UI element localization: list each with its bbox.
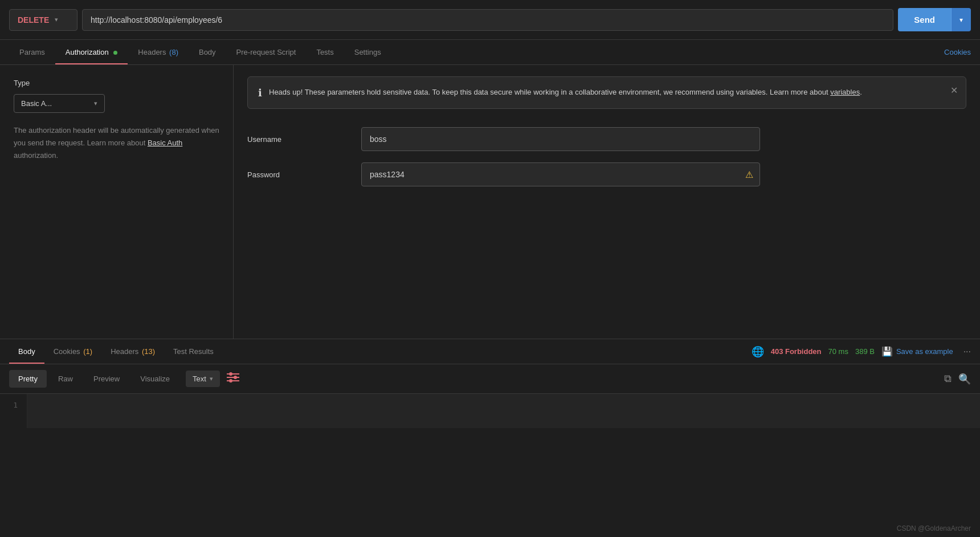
info-banner-text: Heads up! These parameters hold sensitiv…: [269, 86, 862, 99]
main-content: Type Basic A... ▾ The authorization head…: [0, 65, 980, 339]
cookies-link-label: Cookies: [944, 48, 971, 56]
send-button[interactable]: Send: [898, 8, 951, 31]
basic-auth-link[interactable]: Basic Auth: [148, 139, 182, 147]
tab-headers-label: Headers: [138, 48, 166, 56]
view-tabs-bar: Pretty Raw Preview Visualize Text ▾: [0, 364, 980, 394]
view-tab-preview[interactable]: Preview: [84, 370, 129, 388]
tab-authorization-label: Authorization: [66, 48, 109, 56]
view-tab-visualize-label: Visualize: [140, 375, 170, 383]
svg-point-4: [234, 376, 237, 379]
response-tab-test-results[interactable]: Test Results: [164, 339, 223, 364]
format-chevron-icon: ▾: [210, 375, 213, 383]
svg-point-5: [229, 379, 232, 383]
url-input-container[interactable]: [82, 9, 893, 31]
url-input[interactable]: [91, 15, 885, 25]
format-label: Text: [193, 375, 206, 383]
code-area: 1: [0, 394, 980, 428]
tab-pre-request-script-label: Pre-request Script: [236, 48, 296, 56]
tab-tests[interactable]: Tests: [306, 40, 344, 64]
auth-description-suffix: authorization.: [14, 151, 58, 160]
view-tab-raw[interactable]: Raw: [49, 370, 82, 388]
request-tabs-bar: Params Authorization Headers (8) Body Pr…: [0, 40, 980, 65]
view-actions-right: ⧉ 🔍: [944, 373, 971, 385]
info-circle-icon: ℹ: [258, 87, 262, 99]
globe-icon: 🌐: [752, 345, 764, 358]
method-label: DELETE: [18, 15, 49, 25]
response-tab-test-results-label: Test Results: [173, 347, 214, 356]
username-field-row: Username: [247, 127, 966, 151]
tab-authorization[interactable]: Authorization: [55, 40, 128, 64]
variables-link[interactable]: variables: [830, 88, 860, 96]
method-select[interactable]: DELETE ▾: [9, 9, 77, 31]
response-cookies-badge: (1): [83, 347, 92, 356]
username-input[interactable]: [361, 127, 760, 151]
footer-credit: CSDN @GoldenaArcher: [897, 524, 971, 532]
response-tab-body[interactable]: Body: [9, 339, 44, 364]
password-field-row: Password ⚠: [247, 162, 966, 186]
tab-body[interactable]: Body: [189, 40, 226, 64]
info-banner-suffix: .: [860, 88, 862, 96]
password-input[interactable]: [361, 162, 760, 186]
response-tab-body-label: Body: [18, 347, 35, 356]
send-dropdown-button[interactable]: ▾: [951, 8, 971, 31]
info-banner-main-text: Heads up! These parameters hold sensitiv…: [269, 88, 830, 96]
headers-badge: (8): [169, 48, 178, 56]
tab-settings-label: Settings: [354, 48, 381, 56]
save-icon: 💾: [881, 346, 893, 357]
view-tab-preview-label: Preview: [93, 375, 120, 383]
tab-tests-label: Tests: [316, 48, 333, 56]
save-example-label: Save as example: [896, 347, 953, 356]
response-size: 389 B: [855, 347, 875, 356]
tab-pre-request-script[interactable]: Pre-request Script: [226, 40, 307, 64]
url-bar: DELETE ▾ Send ▾: [0, 0, 980, 40]
type-label: Type: [14, 79, 30, 87]
info-banner-close-icon[interactable]: ✕: [950, 85, 958, 96]
send-chevron-icon: ▾: [959, 16, 963, 24]
tab-params[interactable]: Params: [9, 40, 55, 64]
info-banner: ℹ Heads up! These parameters hold sensit…: [247, 76, 966, 109]
tab-headers[interactable]: Headers (8): [128, 40, 189, 64]
method-chevron-icon: ▾: [55, 16, 58, 23]
code-content: [27, 394, 980, 428]
response-status-badge: 403 Forbidden: [771, 347, 822, 356]
bottom-section: Body Cookies (1) Headers (13) Test Resul…: [0, 339, 980, 428]
response-status-area: 🌐 403 Forbidden 70 ms 389 B 💾 Save as ex…: [752, 345, 971, 358]
response-tab-headers[interactable]: Headers (13): [101, 339, 164, 364]
response-tab-cookies[interactable]: Cookies (1): [44, 339, 101, 364]
svg-point-3: [229, 372, 232, 376]
tab-settings[interactable]: Settings: [344, 40, 391, 64]
cookies-link[interactable]: Cookies: [944, 40, 971, 64]
format-select[interactable]: Text ▾: [186, 371, 220, 387]
search-icon[interactable]: 🔍: [958, 373, 971, 385]
response-tabs-bar: Body Cookies (1) Headers (13) Test Resul…: [0, 339, 980, 364]
view-tab-visualize[interactable]: Visualize: [131, 370, 179, 388]
filter-lines-icon: [227, 372, 239, 383]
send-btn-group: Send ▾: [898, 8, 971, 31]
view-tab-raw-label: Raw: [58, 375, 73, 383]
tab-body-label: Body: [199, 48, 216, 56]
type-dropdown-chevron-icon: ▾: [94, 100, 97, 107]
auth-description: The authorization header will be automat…: [14, 124, 219, 162]
username-input-wrapper: [361, 127, 760, 151]
password-warning-icon: ⚠: [745, 169, 753, 180]
more-options-icon[interactable]: ···: [963, 347, 971, 357]
response-tab-headers-label: Headers: [111, 347, 138, 356]
auth-description-text: The authorization header will be automat…: [14, 126, 219, 147]
copy-icon[interactable]: ⧉: [944, 373, 952, 385]
response-tab-cookies-label: Cookies: [54, 347, 80, 356]
username-label: Username: [247, 135, 361, 144]
tab-params-label: Params: [19, 48, 45, 56]
left-panel: Type Basic A... ▾ The authorization head…: [0, 65, 234, 339]
password-label: Password: [247, 170, 361, 179]
line-numbers: 1: [0, 394, 27, 428]
right-panel: ℹ Heads up! These parameters hold sensit…: [234, 65, 980, 339]
filter-icon-button[interactable]: [222, 370, 244, 388]
view-tab-pretty-label: Pretty: [18, 375, 38, 383]
response-headers-badge: (13): [142, 347, 155, 356]
type-dropdown[interactable]: Basic A... ▾: [14, 94, 105, 113]
password-input-wrapper: ⚠: [361, 162, 760, 186]
view-tab-pretty[interactable]: Pretty: [9, 370, 47, 388]
response-time: 70 ms: [828, 347, 848, 356]
authorization-active-dot: [113, 51, 117, 55]
save-example-button[interactable]: 💾 Save as example: [881, 346, 953, 357]
